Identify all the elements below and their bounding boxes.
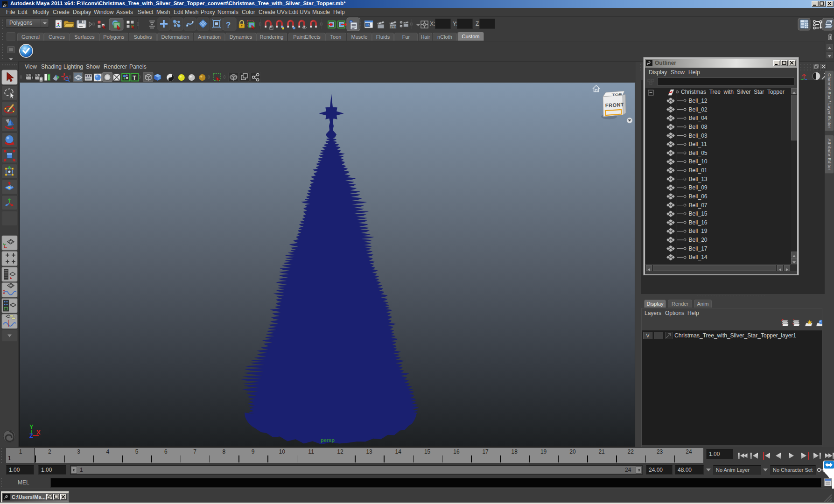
svg-text:Christmas_Tree_with_Silver_Sta: Christmas_Tree_with_Silver_Star_Topper bbox=[681, 89, 785, 95]
svg-text:Bell_16: Bell_16 bbox=[689, 219, 708, 226]
svg-text:Bell_20: Bell_20 bbox=[689, 237, 708, 243]
svg-text:?: ? bbox=[226, 21, 231, 29]
svg-text:X: X bbox=[36, 429, 41, 436]
svg-text:Bell_01: Bell_01 bbox=[689, 167, 708, 174]
svg-text:Bell_13: Bell_13 bbox=[689, 176, 708, 182]
svg-text:Bell_02: Bell_02 bbox=[689, 106, 708, 113]
svg-text:Y: Y bbox=[29, 423, 34, 430]
svg-text:Bell_10: Bell_10 bbox=[689, 158, 708, 165]
svg-text:Bell_08: Bell_08 bbox=[689, 124, 708, 130]
svg-text:Bell_04: Bell_04 bbox=[689, 115, 708, 121]
svg-text:FRONT: FRONT bbox=[605, 102, 624, 108]
svg-text:IPR: IPR bbox=[391, 25, 396, 28]
svg-text:Bell_09: Bell_09 bbox=[689, 184, 708, 191]
svg-text:Bell_05: Bell_05 bbox=[689, 150, 708, 156]
svg-text:Bell_17: Bell_17 bbox=[689, 245, 708, 252]
svg-text:Bell_06: Bell_06 bbox=[689, 193, 708, 200]
svg-text:T: T bbox=[133, 74, 136, 81]
svg-text:Bell_03: Bell_03 bbox=[689, 133, 708, 139]
svg-text:Bell_19: Bell_19 bbox=[689, 228, 708, 234]
svg-text:Bell_07: Bell_07 bbox=[689, 202, 708, 209]
svg-text:Bell_14: Bell_14 bbox=[689, 254, 708, 260]
svg-text:Bell_11: Bell_11 bbox=[689, 141, 707, 147]
svg-text:Bell_15: Bell_15 bbox=[689, 210, 708, 217]
svg-text:Bell_12: Bell_12 bbox=[689, 98, 708, 104]
svg-text:Z: Z bbox=[29, 432, 33, 439]
